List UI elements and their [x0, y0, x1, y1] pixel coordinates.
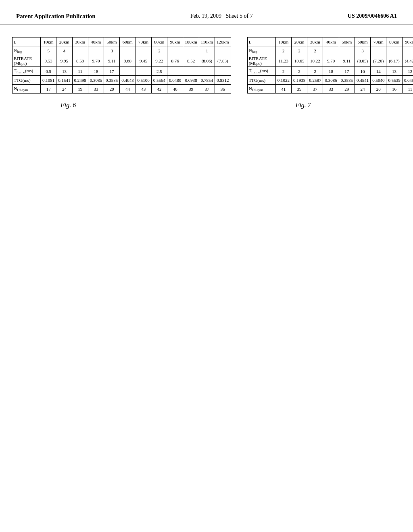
fig7-ndlsym-label: NDLsym — [247, 85, 275, 94]
fig6-tframe-80: 2.5 — [151, 67, 167, 76]
fig7-bitrate-70: (7.20) — [371, 55, 386, 67]
fig6-bitrate-100: 8.52 — [183, 55, 199, 67]
fig6-nhop-120 — [215, 46, 231, 55]
page-header: Patent Application Publication Feb. 19, … — [0, 0, 413, 25]
fig7-bitrate-40: 9.70 — [323, 55, 339, 67]
fig6-table: L 10km 20km 30km 40km 50km 60km 70km 80k… — [12, 37, 231, 94]
fig7-col-60km: 60km — [355, 37, 370, 46]
fig7-nhop-70 — [371, 46, 386, 55]
fig7-tframe-50: 17 — [339, 67, 355, 76]
publication-title: Patent Application Publication — [16, 12, 96, 21]
fig6-nhop-110: 1 — [199, 46, 215, 55]
fig7-col-80km: 80km — [386, 37, 402, 46]
fig6-bitrate-30: 8.59 — [72, 55, 88, 67]
fig7-bitrate-10: 11.23 — [275, 55, 291, 67]
fig6-ttg-100: 0.6938 — [183, 76, 199, 85]
fig7-tframe-40: 18 — [323, 67, 339, 76]
fig7-bitrate-label: BITRATE(Mbps) — [247, 55, 275, 67]
fig6-ndlsym-110: 37 — [199, 85, 215, 94]
fig7-col-10km: 10km — [275, 37, 291, 46]
fig7-col-L: L — [247, 37, 275, 46]
fig6-row-ndlsym: NDLsym 17 24 19 33 29 44 43 42 40 39 37 … — [13, 85, 231, 94]
fig7-label: Fig. 7 — [296, 102, 311, 109]
fig7-ndlsym-10: 41 — [275, 85, 291, 94]
fig6-nhop-70 — [136, 46, 151, 55]
fig7-ttg-10: 0.1022 — [275, 76, 291, 85]
fig7-nhop-label: Nhop — [247, 46, 275, 55]
fig7-tframe-20: 2 — [291, 67, 307, 76]
fig7-row-ttg: TTG(ms) 0.1022 0.1938 0.2587 0.3086 0.35… — [247, 76, 413, 85]
fig7-bitrate-80: (6.17) — [386, 55, 402, 67]
fig6-tframe-110 — [199, 67, 215, 76]
fig6-tframe-label: Tframe(ms) — [13, 67, 41, 76]
fig6-tframe-20: 13 — [56, 67, 72, 76]
main-content: L 10km 20km 30km 40km 50km 60km 70km 80k… — [0, 29, 413, 117]
fig7-ttg-20: 0.1938 — [291, 76, 307, 85]
fig7-ndlsym-30: 37 — [307, 85, 323, 94]
fig6-tframe-120 — [215, 67, 231, 76]
fig6-label: Fig. 6 — [60, 102, 76, 109]
fig6-col-60km: 60km — [120, 37, 136, 46]
fig7-bitrate-60: (8.05) — [355, 55, 370, 67]
fig7-bitrate-50: 9.11 — [339, 55, 355, 67]
fig6-col-70km: 70km — [136, 37, 151, 46]
fig7-col-50km: 50km — [339, 37, 355, 46]
fig7-tframe-80: 13 — [386, 67, 402, 76]
publication-number: US 2009/0046606 A1 — [348, 12, 397, 20]
fig7-nhop-60: 3 — [355, 46, 370, 55]
fig7-ndlsym-60: 24 — [355, 85, 370, 94]
fig7-ttg-40: 0.3086 — [323, 76, 339, 85]
fig6-ttg-80: 0.5564 — [151, 76, 167, 85]
fig7-ttg-80: 0.5539 — [386, 76, 402, 85]
fig6-tframe-90 — [167, 67, 183, 76]
fig6-col-40km: 40km — [88, 37, 104, 46]
fig6-nhop-10: 5 — [41, 46, 56, 55]
fig6-nhop-label: Nhop — [13, 46, 41, 55]
fig6-bitrate-120: (7.83) — [215, 55, 231, 67]
fig6-bitrate-110: (8.06) — [199, 55, 215, 67]
fig6-ttg-40: 0.3086 — [88, 76, 104, 85]
fig7-row-ndlsym: NDLsym 41 39 37 33 29 24 20 16 11 7 2 x — [247, 85, 413, 94]
fig6-tframe-50: 17 — [104, 67, 120, 76]
fig6-ttg-110: 0.7854 — [199, 76, 215, 85]
fig6-tframe-40: 18 — [88, 67, 104, 76]
fig7-tframe-30: 2 — [307, 67, 323, 76]
fig6-tframe-100 — [183, 67, 199, 76]
fig6-section: L 10km 20km 30km 40km 50km 60km 70km 80k… — [12, 37, 231, 109]
fig7-nhop-20: 2 — [291, 46, 307, 55]
fig6-bitrate-70: 9.45 — [136, 55, 151, 67]
fig6-ndlsym-20: 24 — [56, 85, 72, 94]
fig6-bitrate-label: BITRATE(Mbps) — [13, 55, 41, 67]
fig6-col-110km: 110km — [199, 37, 215, 46]
fig7-table: L 10km 20km 30km 40km 50km 60km 70km 80k… — [247, 37, 413, 94]
fig6-ndlsym-30: 19 — [72, 85, 88, 94]
fig6-ndlsym-40: 33 — [88, 85, 104, 94]
fig6-ttg-120: 0.8312 — [215, 76, 231, 85]
fig6-col-30km: 30km — [72, 37, 88, 46]
fig6-bitrate-10: 9.53 — [41, 55, 56, 67]
fig6-nhop-20: 4 — [56, 46, 72, 55]
fig7-nhop-10: 2 — [275, 46, 291, 55]
fig6-nhop-100 — [183, 46, 199, 55]
fig6-row-tframe: Tframe(ms) 0.9 13 11 18 17 2.5 — [13, 67, 231, 76]
fig7-row-nhop: Nhop 2 2 2 3 — [247, 46, 413, 55]
fig6-ttg-30: 0.2498 — [72, 76, 88, 85]
fig7-ndlsym-70: 20 — [371, 85, 386, 94]
fig7-col-20km: 20km — [291, 37, 307, 46]
fig6-ttg-60: 0.4648 — [120, 76, 136, 85]
fig7-nhop-50 — [339, 46, 355, 55]
fig6-col-100km: 100km — [183, 37, 199, 46]
fig6-col-50km: 50km — [104, 37, 120, 46]
fig6-ndlsym-label: NDLsym — [13, 85, 41, 94]
fig6-bitrate-40: 9.70 — [88, 55, 104, 67]
fig7-nhop-80 — [386, 46, 402, 55]
fig7-ttg-90: 0.6495 — [402, 76, 413, 85]
fig6-ttg-70: 0.5106 — [136, 76, 151, 85]
fig7-col-30km: 30km — [307, 37, 323, 46]
fig6-ndlsym-90: 40 — [167, 85, 183, 94]
fig6-nhop-30 — [72, 46, 88, 55]
fig6-ndlsym-80: 42 — [151, 85, 167, 94]
fig7-tframe-60: 16 — [355, 67, 370, 76]
fig6-row-bitrate: BITRATE(Mbps) 9.53 9.95 8.59 9.70 9.11 9… — [13, 55, 231, 67]
fig6-col-90km: 90km — [167, 37, 183, 46]
